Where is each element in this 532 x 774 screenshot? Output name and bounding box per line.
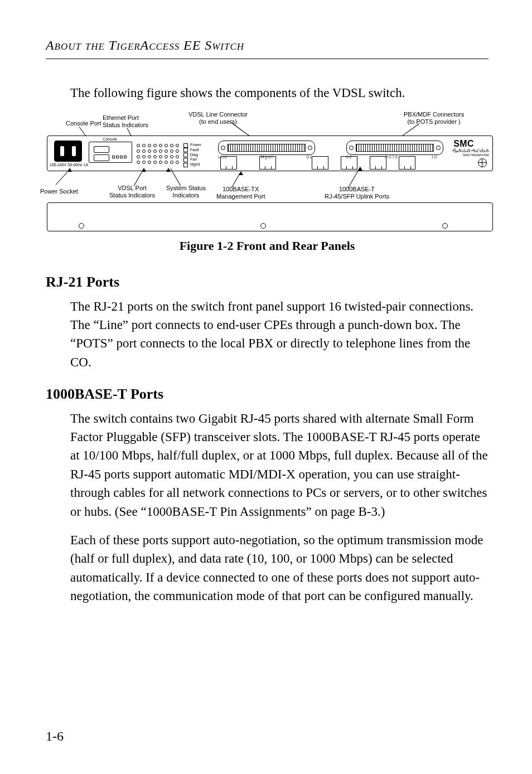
status-power: Power — [190, 143, 201, 148]
label-power-socket: Power Socket — [40, 188, 78, 195]
mgmt-jack — [220, 156, 237, 170]
console-aux-icon — [94, 154, 109, 161]
hardware-figure: Console Port Ethernet Port Status Indica… — [46, 107, 489, 255]
figure-intro: The following figure shows the component… — [70, 84, 489, 102]
rj21-line-connector — [218, 141, 315, 155]
status-diag: Diag — [190, 153, 198, 158]
heading-1000bt: 1000BASE-T Ports — [46, 384, 489, 405]
running-head: About the TigerAccess EE Switch — [46, 36, 489, 59]
uplink-sfp-2 — [399, 156, 415, 170]
vdsl-led-grid — [137, 144, 180, 165]
model-text: TigerAccess™EE Switch SMC7816M/VSW — [452, 149, 489, 157]
rear-screw-3 — [442, 223, 448, 229]
label-vdsl-line: VDSL Line Connector (to end users) — [188, 111, 248, 125]
uplink-sfp-1 — [370, 156, 386, 170]
brand-text: SMC — [453, 139, 474, 148]
status-mgmt: Mgmt — [190, 162, 200, 167]
console-cluster — [89, 142, 132, 163]
console-leds — [112, 146, 128, 151]
uplink-jack-1 — [259, 156, 276, 170]
label-mgmt-port: 100BASE-TX Management Port — [216, 186, 265, 200]
label-console-port: Console Port — [66, 120, 101, 127]
rear-screw-2 — [260, 223, 266, 229]
status-fault: Fault — [190, 148, 199, 153]
body-1000bt-2: Each of these ports support auto-negotia… — [70, 531, 489, 605]
power-socket-icon — [54, 141, 82, 162]
model-line2: SMC7816M/VSW — [452, 153, 489, 157]
fan-icon — [478, 158, 487, 167]
figure-caption: Figure 1-2 Front and Rear Panels — [46, 237, 489, 255]
label-pbx: PBX/MDF Connectors (to POTS provider ) — [404, 111, 464, 125]
front-panel: 100-240V 50-60Hz 1A Console Power — [47, 136, 493, 171]
heading-rj21: RJ-21 Ports — [46, 272, 489, 293]
mgmt-jack-row — [220, 156, 276, 170]
rear-panel — [47, 202, 493, 231]
page-number: 1-6 — [46, 727, 64, 746]
uplink-jack-3 — [341, 156, 357, 170]
label-ethernet-port: Ethernet Port Status Indicators — [103, 114, 148, 128]
label-vdsl-port: VDSL Port Status Indicators — [109, 185, 155, 199]
body-rj21: The RJ-21 ports on the switch front pane… — [70, 297, 489, 371]
console-title: Console — [89, 137, 131, 141]
label-sys-status: System Status Indicators — [166, 185, 206, 199]
rj21-label-1g: 1G — [432, 155, 438, 159]
console-port-icon — [94, 146, 109, 153]
power-spec: 100-240V 50-60Hz 1A — [50, 163, 88, 167]
status-col: Power Fault Diag Fan Mgmt — [183, 143, 201, 167]
rj21-pots-connector — [346, 141, 443, 155]
rear-screw-1 — [79, 223, 84, 229]
model-line1: TigerAccess™EE Switch — [452, 149, 489, 153]
status-fan: Fan — [190, 157, 197, 162]
body-1000bt-1: The switch contains two Gigabit RJ-45 po… — [70, 409, 489, 521]
uplink-row — [312, 156, 415, 170]
uplink-jack-2 — [312, 156, 328, 170]
label-uplink: 1000BASE-T RJ-45/SFP Uplink Ports — [325, 186, 389, 200]
